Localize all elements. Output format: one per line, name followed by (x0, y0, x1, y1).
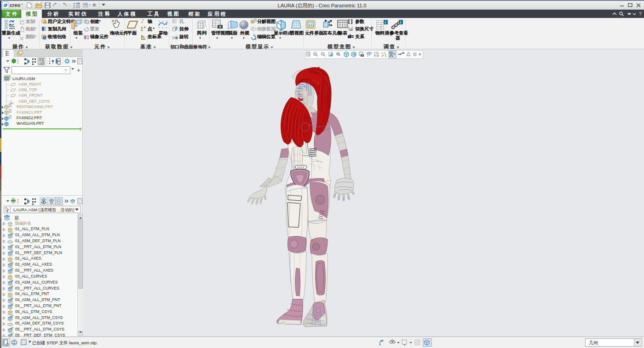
svg-text:?: ? (639, 12, 642, 17)
svg-text:creo: creo (10, 2, 21, 8)
svg-text:x: x (351, 27, 353, 32)
